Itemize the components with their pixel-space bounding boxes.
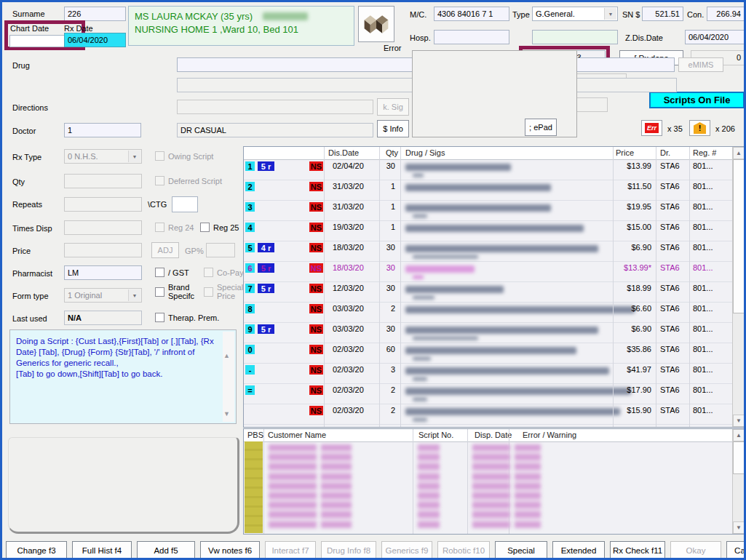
doctor-code: STA6 <box>660 243 680 252</box>
bns-badge: NS <box>309 284 323 293</box>
history-row[interactable]: 0NS02/03/2060$35.86STA6801... <box>244 343 734 364</box>
therap-prem-checkbox[interactable] <box>155 313 164 322</box>
bnum-badge: 0 <box>245 345 255 354</box>
footer-button-change-f3[interactable]: Change f3 <box>6 541 67 559</box>
medicare-input[interactable]: 4306 84016 7 1 <box>434 7 509 21</box>
footer-button-generics-f9: Generics f9 <box>381 541 432 559</box>
error-count-button[interactable]: Err <box>641 120 662 136</box>
scroll-up-icon[interactable]: ▲ <box>733 147 745 159</box>
footer-button-extended[interactable]: Extended <box>552 541 605 559</box>
bnum-badge: 7 <box>245 284 255 293</box>
rx-type-dropdown: 0 N.H.S. ▼ <box>64 149 142 164</box>
sn-label: SN $ <box>622 10 640 19</box>
gst-checkbox[interactable] <box>155 268 164 277</box>
qty: 1 <box>369 202 395 211</box>
redacted-patient-info <box>263 12 308 20</box>
mims-logo-button[interactable] <box>358 6 394 42</box>
hosp-input[interactable] <box>434 30 509 44</box>
reg-number: 801... <box>693 284 713 292</box>
scrollbar-thumb[interactable] <box>733 441 745 474</box>
dispense-date: 31/03/20 <box>333 202 364 211</box>
history-row[interactable]: 8NS03/03/202$6.60STA6801... <box>244 302 734 323</box>
surname-input[interactable]: 226 <box>64 7 126 21</box>
scroll-up-icon[interactable]: ▲ <box>223 352 230 359</box>
price: $17.90 <box>611 385 651 394</box>
doctor-code: STA6 <box>660 406 680 415</box>
rx-date-input[interactable]: 06/04/2020 <box>64 33 126 47</box>
reg-number: 801... <box>693 182 713 191</box>
col-dis-date: Dis.Date <box>328 148 359 157</box>
bns-badge: NS <box>309 406 323 415</box>
scroll-down-icon[interactable]: ▼ <box>223 410 230 417</box>
history-scrollbar[interactable]: ▲ ▼ <box>732 147 745 427</box>
dispense-date: 12/03/20 <box>333 284 364 292</box>
redacted-sig-text <box>413 275 424 279</box>
footer-button-vw-notes-f6[interactable]: Vw notes f6 <box>200 541 260 559</box>
reg-number: 801... <box>693 263 713 272</box>
redacted-drug-text <box>405 408 620 415</box>
reg25-checkbox[interactable] <box>200 223 210 232</box>
scroll-down-icon[interactable]: ▼ <box>733 521 745 534</box>
status-scrollbar[interactable]: ▲ ▼ <box>732 429 745 534</box>
chevron-down-icon[interactable]: ▼ <box>604 8 616 20</box>
bns-badge: NS <box>309 365 323 375</box>
redacted-drug-text <box>405 388 631 395</box>
history-row[interactable]: 15 rNS02/04/2030$13.99STA6801... <box>244 159 734 180</box>
history-row[interactable]: -NS02/03/203$41.97STA6801... <box>244 363 734 384</box>
footer-button-rx-check-f11[interactable]: Rx Check f11 <box>610 541 665 559</box>
last-used-label: Last used <box>12 314 47 323</box>
reg-number: 801... <box>693 406 713 415</box>
history-row[interactable]: 3NS31/03/201$19.95STA6801... <box>244 200 734 221</box>
gst-label: / GST <box>168 268 189 277</box>
footer-button-add-f5[interactable]: Add f5 <box>137 541 195 559</box>
ctg-input[interactable] <box>172 196 198 212</box>
history-row[interactable]: 75 rNS12/03/2030$18.99STA6801... <box>244 281 734 303</box>
col-customer-name: Customer Name <box>268 431 326 439</box>
redacted-blob <box>515 444 541 528</box>
warning-count-button[interactable]: ! <box>689 120 710 136</box>
scroll-up-icon[interactable]: ▲ <box>733 429 745 441</box>
column-divider <box>689 147 690 427</box>
bnum-badge: 2 <box>245 182 255 191</box>
history-row[interactable]: 95 rNS03/03/2030$6.90STA6801... <box>244 322 734 343</box>
scripts-on-file-button[interactable]: Scripts On File <box>649 92 745 108</box>
redacted-blob <box>321 444 352 528</box>
redacted-sig-text <box>413 417 427 422</box>
z-dis-date-input[interactable]: 06/04/2020 <box>685 30 745 44</box>
history-row[interactable]: 54 rNS18/03/2030$6.90STA6801... <box>244 241 734 262</box>
epad-button[interactable]: ; ePad <box>525 119 557 136</box>
therap-prem-label: Therap. Prem. <box>168 313 219 322</box>
doctor-code-input[interactable]: 1 <box>64 123 141 137</box>
type-dropdown[interactable]: G.General. ▼ <box>532 7 618 21</box>
history-row[interactable]: NS02/03/202$15.90STA6801... <box>244 404 734 425</box>
times-disp-input <box>64 220 142 235</box>
doctor-code: STA6 <box>660 365 680 374</box>
brand-specific-checkbox[interactable] <box>155 287 164 297</box>
help-scrollbar[interactable]: ▲ ▼ <box>223 332 234 422</box>
price: $6.90 <box>611 324 651 333</box>
ctg-label: \CTG <box>148 200 167 209</box>
history-row[interactable]: 4NS19/03/201$15.00STA6801... <box>244 220 734 241</box>
doctor-code: STA6 <box>660 304 680 313</box>
footer-button-full-hist-f4[interactable]: Full Hist f4 <box>72 541 132 559</box>
reg25-label: Reg 25 <box>213 223 239 232</box>
history-body: 15 rNS02/04/2030$13.99STA6801...2NS31/03… <box>244 159 732 427</box>
col-qty: Qty <box>381 148 398 157</box>
history-row[interactable]: 2NS31/03/201$11.50STA6801... <box>244 180 734 201</box>
footer-button-cancel[interactable]: Cancel <box>726 541 746 559</box>
bnum-badge: 5 <box>245 243 255 252</box>
scrollbar-thumb[interactable] <box>733 159 745 313</box>
rx-date-label: Rx Date <box>64 24 93 33</box>
redacted-drug-text <box>405 327 598 334</box>
qty: 30 <box>369 263 395 272</box>
history-row[interactable]: =NS02/03/202$17.90STA6801... <box>244 383 734 404</box>
redacted-drug-text <box>405 184 551 191</box>
reg-number: 801... <box>693 304 713 313</box>
history-row[interactable]: 65 rNS18/03/2030$13.99*STA6801... <box>244 261 734 282</box>
pharmacist-input[interactable]: LM <box>64 265 142 280</box>
footer-button-special[interactable]: Special <box>495 541 547 559</box>
scroll-down-icon[interactable]: ▼ <box>733 415 745 427</box>
doctor-info-button[interactable]: $ Info <box>377 120 409 137</box>
brep-badge: 4 r <box>258 243 274 252</box>
qty-input <box>64 174 142 188</box>
